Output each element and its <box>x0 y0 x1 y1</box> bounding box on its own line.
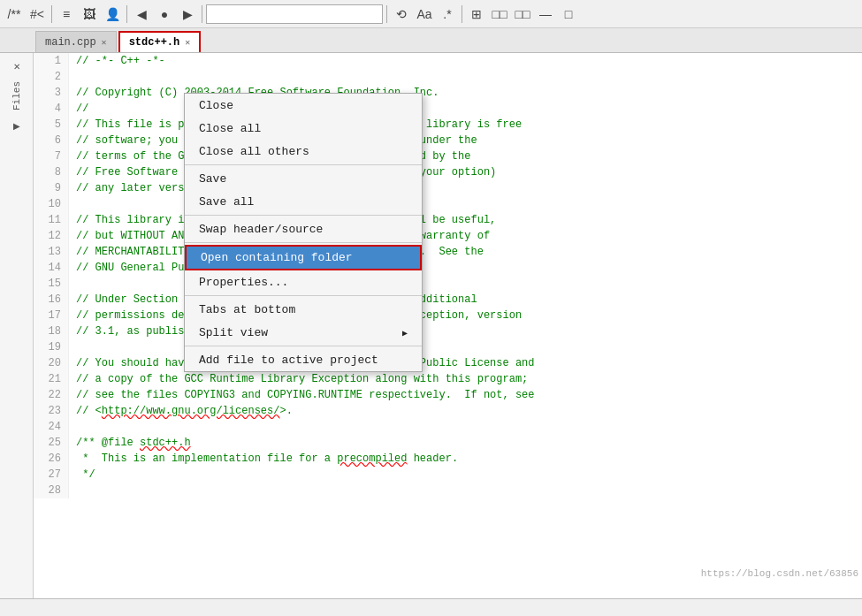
line-code-25: /** @file stdc++.h <box>69 435 191 451</box>
line-code-21: // a copy of the GCC Runtime Library Exc… <box>69 371 528 387</box>
line-num-9: 9 <box>34 180 69 196</box>
line-2: 2 <box>34 69 862 85</box>
toolbar-btn-window2[interactable]: □□ <box>489 4 510 25</box>
tab-main-cpp-close[interactable]: ✕ <box>102 37 107 48</box>
sidebar-close-btn[interactable]: ✕ <box>4 57 29 76</box>
tab-stdc-h[interactable]: stdc++.h ✕ <box>118 31 202 52</box>
menu-item-split-view[interactable]: Split view <box>185 321 422 344</box>
line-6: 6 // software; you can redistribute it a… <box>34 133 862 148</box>
line-code-28 <box>69 483 82 498</box>
toolbar: /** #< ≡ 🖼 👤 ◀ ● ▶ ⟲ Aa .* ⊞ □□ □□ — □ <box>0 0 862 28</box>
menu-item-swap-header-label: Swap header/source <box>199 223 323 236</box>
line-num-6: 6 <box>34 133 69 148</box>
menu-sep-5 <box>185 346 422 346</box>
toolbar-sep-3 <box>202 5 202 23</box>
line-num-3: 3 <box>34 85 69 101</box>
line-code-22: // see the files COPYING3 and COPYING.RU… <box>69 387 534 403</box>
line-num-7: 7 <box>34 148 69 164</box>
menu-item-close-all-others-label: Close all others <box>199 145 309 158</box>
toolbar-btn-person[interactable]: 👤 <box>102 4 123 25</box>
toolbar-sep-2 <box>126 5 127 23</box>
toolbar-btn-dot2[interactable]: .* <box>437 4 458 25</box>
tab-main-cpp-label: main.cpp <box>45 36 96 49</box>
editor: 1 // -*- C++ -*- 2 3 // Copyright (C) 20… <box>34 53 862 598</box>
watermark-text: https://blog.csdn.net/63856 <box>701 568 858 579</box>
menu-item-tabs-bottom-label: Tabs at bottom <box>199 303 295 316</box>
tab-stdc-h-close[interactable]: ✕ <box>185 37 190 48</box>
line-num-19: 19 <box>34 339 69 355</box>
line-9: 9 // any later version. <box>34 180 862 196</box>
line-num-10: 10 <box>34 196 69 212</box>
menu-item-close-all-label: Close all <box>199 122 261 135</box>
toolbar-btn-minimize[interactable]: — <box>535 4 556 25</box>
toolbar-btn-list[interactable]: ≡ <box>56 4 77 25</box>
toolbar-btn-window3[interactable]: □□ <box>512 4 533 25</box>
line-num-13: 13 <box>34 244 69 260</box>
line-26: 26 * This is an implementation file for … <box>34 451 862 467</box>
line-25: 25 /** @file stdc++.h <box>34 435 862 451</box>
line-num-8: 8 <box>34 164 69 180</box>
line-3: 3 // Copyright (C) 2003-2014 Free Softwa… <box>34 85 862 101</box>
line-code-23: // <http://www.gnu.org/licenses/>. <box>69 403 293 419</box>
line-1: 1 // -*- C++ -*- <box>34 53 862 69</box>
sidebar-files-label[interactable]: Files <box>11 78 22 114</box>
sidebar-arrow-btn[interactable]: ▶ <box>4 116 29 135</box>
toolbar-btn-dot[interactable]: ● <box>154 4 175 25</box>
line-5: 5 // This file is part of the GNU ISO C+… <box>34 117 862 133</box>
toolbar-btn-comment[interactable]: /** <box>4 4 25 25</box>
menu-item-add-file-label: Add file to active project <box>199 354 378 367</box>
tab-main-cpp[interactable]: main.cpp ✕ <box>35 31 117 52</box>
tabbar: main.cpp ✕ stdc++.h ✕ <box>0 28 862 53</box>
menu-item-add-file[interactable]: Add file to active project <box>185 348 422 371</box>
toolbar-btn-window1[interactable]: ⊞ <box>466 4 487 25</box>
toolbar-btn-aa[interactable]: Aa <box>414 4 435 25</box>
editor-content: 1 // -*- C++ -*- 2 3 // Copyright (C) 20… <box>34 53 862 498</box>
line-code-24 <box>69 419 82 435</box>
line-num-2: 2 <box>34 69 69 85</box>
line-4: 4 // <box>34 101 862 117</box>
line-14: 14 // GNU General Public License for mor… <box>34 260 862 276</box>
menu-item-save[interactable]: Save <box>185 167 422 190</box>
menu-item-properties[interactable]: Properties... <box>185 270 422 293</box>
menu-item-close-all[interactable]: Close all <box>185 117 422 140</box>
line-num-1: 1 <box>34 53 69 69</box>
menu-item-tabs-bottom[interactable]: Tabs at bottom <box>185 298 422 321</box>
toolbar-btn-nav-back[interactable]: ⟲ <box>391 4 412 25</box>
line-23: 23 // <http://www.gnu.org/licenses/>. <box>34 403 862 419</box>
line-15: 15 <box>34 276 862 292</box>
line-code-27: */ <box>69 467 95 483</box>
line-code-4: // <box>69 101 88 117</box>
tab-stdc-h-label: stdc++.h <box>129 36 180 49</box>
line-num-22: 22 <box>34 387 69 403</box>
line-num-17: 17 <box>34 308 69 323</box>
toolbar-btn-image[interactable]: 🖼 <box>79 4 100 25</box>
toolbar-btn-maximize[interactable]: □ <box>558 4 579 25</box>
menu-item-open-folder-label: Open containing folder <box>201 251 353 264</box>
menu-item-swap-header[interactable]: Swap header/source <box>185 217 422 240</box>
line-num-28: 28 <box>34 483 69 498</box>
toolbar-sep-4 <box>386 5 387 23</box>
line-16: 16 // Under Section 7 of GPL version 3, … <box>34 292 862 308</box>
line-num-25: 25 <box>34 435 69 451</box>
menu-item-open-folder[interactable]: Open containing folder <box>185 245 422 270</box>
toolbar-sep-5 <box>462 5 462 23</box>
line-11: 11 // This library is distributed in the… <box>34 212 862 228</box>
menu-item-close[interactable]: Close <box>185 94 422 117</box>
toolbar-btn-back[interactable]: ◀ <box>131 4 152 25</box>
line-code-2 <box>69 69 82 85</box>
toolbar-search-input[interactable] <box>206 4 383 24</box>
menu-item-save-all[interactable]: Save all <box>185 190 422 213</box>
menu-item-split-view-label: Split view <box>199 326 268 339</box>
toolbar-btn-hash[interactable]: #< <box>27 4 48 25</box>
line-20: 20 // You should have received a copy of… <box>34 355 862 371</box>
line-code-26: * This is an implementation file for a p… <box>69 451 458 467</box>
line-10: 10 <box>34 196 862 212</box>
statusbar <box>0 598 862 616</box>
toolbar-btn-forward[interactable]: ▶ <box>177 4 198 25</box>
line-22: 22 // see the files COPYING3 and COPYING… <box>34 387 862 403</box>
menu-item-save-label: Save <box>199 172 226 186</box>
line-num-5: 5 <box>34 117 69 133</box>
menu-item-close-all-others[interactable]: Close all others <box>185 140 422 163</box>
line-num-23: 23 <box>34 403 69 419</box>
menu-item-split-view-arrow <box>402 326 408 339</box>
